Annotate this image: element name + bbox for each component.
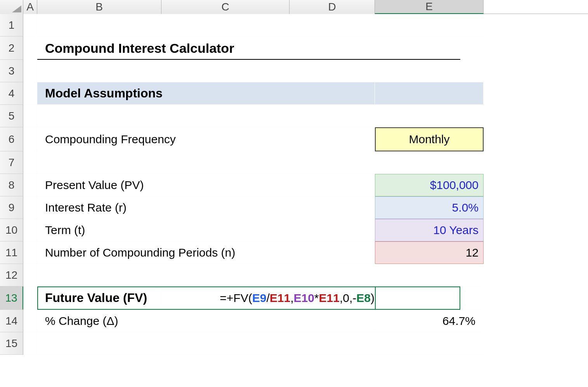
cell-B15[interactable]	[37, 332, 375, 355]
interest-rate-value[interactable]: 5.0%	[375, 196, 484, 219]
cell-A8[interactable]	[23, 174, 37, 196]
formula-display: =+FV(E9/E11,E10*E11,0,-E8)	[220, 292, 375, 305]
row-6: 6 Compounding Frequency Monthly	[0, 127, 588, 151]
cell-A14[interactable]	[23, 310, 37, 332]
cell-B3[interactable]	[37, 60, 375, 82]
cell-B12[interactable]	[37, 264, 375, 286]
cell-B1[interactable]	[37, 14, 375, 36]
compounding-frequency-value[interactable]: Monthly	[375, 127, 484, 151]
column-headers: A B C D E	[0, 0, 588, 14]
row-header-2[interactable]: 2	[0, 36, 23, 60]
row-header-7[interactable]: 7	[0, 151, 23, 174]
cell-A6[interactable]	[23, 127, 37, 151]
section-header: Model Assumptions	[45, 86, 163, 101]
interest-rate-label: Interest Rate (r)	[45, 201, 127, 214]
row-header-14[interactable]: 14	[0, 310, 23, 332]
present-value-label: Present Value (PV)	[45, 179, 144, 192]
row-header-13[interactable]: 13	[0, 286, 23, 310]
cell-B14-label[interactable]: % Change (Δ)	[37, 310, 375, 332]
row-header-11[interactable]: 11	[0, 241, 23, 264]
row-header-6[interactable]: 6	[0, 127, 23, 151]
row-3: 3	[0, 60, 588, 82]
row-4: 4 Model Assumptions	[0, 82, 588, 105]
row-header-10[interactable]: 10	[0, 219, 23, 241]
cell-B6-label[interactable]: Compounding Frequency	[37, 127, 375, 151]
cell-E5[interactable]	[375, 105, 484, 127]
cell-E12[interactable]	[375, 264, 484, 286]
cell-B10-label[interactable]: Term (t)	[37, 219, 375, 241]
cell-B11-label[interactable]: Number of Compounding Periods (n)	[37, 241, 375, 264]
cell-A1[interactable]	[23, 14, 37, 36]
term-value[interactable]: 10 Years	[375, 219, 484, 241]
row-11: 11 Number of Compounding Periods (n) 12	[0, 241, 588, 264]
column-header-B[interactable]: B	[37, 0, 161, 14]
pct-change-value[interactable]: 64.7%	[375, 310, 484, 332]
page-title: Compound Interest Calculator	[45, 41, 234, 56]
row-10: 10 Term (t) 10 Years	[0, 219, 588, 241]
cell-E15[interactable]	[375, 332, 484, 355]
row-9: 9 Interest Rate (r) 5.0%	[0, 196, 588, 219]
row-header-3[interactable]: 3	[0, 60, 23, 82]
column-header-D[interactable]: D	[290, 0, 375, 14]
rows: 1 2 Compound Interest Calculator 3 4	[0, 14, 588, 355]
row-header-4[interactable]: 4	[0, 82, 23, 105]
row-header-9[interactable]: 9	[0, 196, 23, 219]
cell-A7[interactable]	[23, 151, 37, 174]
num-periods-label: Number of Compounding Periods (n)	[45, 246, 235, 259]
cell-E2[interactable]	[375, 36, 484, 60]
row-header-1[interactable]: 1	[0, 14, 23, 36]
row-7: 7	[0, 151, 588, 174]
column-header-A[interactable]: A	[23, 0, 37, 14]
cell-A11[interactable]	[23, 241, 37, 264]
row-12: 12	[0, 264, 588, 286]
cell-B4-section[interactable]: Model Assumptions	[37, 82, 375, 105]
pct-change-label: % Change (Δ)	[45, 314, 118, 328]
column-header-C[interactable]: C	[161, 0, 290, 14]
row-header-12[interactable]: 12	[0, 264, 23, 286]
cell-B8-label[interactable]: Present Value (PV)	[37, 174, 375, 196]
cell-B5[interactable]	[37, 105, 375, 127]
future-value-label: Future Value (FV)	[45, 291, 147, 305]
cell-A5[interactable]	[23, 105, 37, 127]
column-header-E[interactable]: E	[375, 0, 484, 14]
row-header-15[interactable]: 15	[0, 332, 23, 355]
row-5: 5	[0, 105, 588, 127]
cell-B2-title[interactable]: Compound Interest Calculator	[37, 36, 375, 60]
compounding-frequency-label: Compounding Frequency	[45, 133, 176, 146]
row-14: 14 % Change (Δ) 64.7%	[0, 310, 588, 332]
cell-B7[interactable]	[37, 151, 375, 174]
cell-B13-label[interactable]: Future Value (FV)	[37, 286, 161, 310]
cell-A13[interactable]	[23, 286, 37, 310]
cell-E4[interactable]	[375, 82, 484, 105]
row-1: 1	[0, 14, 588, 36]
row-header-5[interactable]: 5	[0, 105, 23, 127]
cell-A12[interactable]	[23, 264, 37, 286]
select-all-corner[interactable]	[0, 0, 23, 14]
cell-B9-label[interactable]: Interest Rate (r)	[37, 196, 375, 219]
cell-A3[interactable]	[23, 60, 37, 82]
cell-E13[interactable]	[375, 286, 484, 310]
cell-E3[interactable]	[375, 60, 484, 82]
cell-A10[interactable]	[23, 219, 37, 241]
cell-A4[interactable]	[23, 82, 37, 105]
formula-cell[interactable]: =+FV(E9/E11,E10*E11,0,-E8)	[161, 286, 375, 310]
spreadsheet: A B C D E 1 2 Compound Interest Calculat…	[0, 0, 588, 387]
present-value-value[interactable]: $100,000	[375, 174, 484, 196]
cell-E7[interactable]	[375, 151, 484, 174]
row-header-8[interactable]: 8	[0, 174, 23, 196]
cell-E1[interactable]	[375, 14, 484, 36]
row-13: 13 Future Value (FV) =+FV(E9/E11,E10*E11…	[0, 286, 588, 310]
cell-A9[interactable]	[23, 196, 37, 219]
row-2: 2 Compound Interest Calculator	[0, 36, 588, 60]
term-label: Term (t)	[45, 224, 85, 237]
cell-A15[interactable]	[23, 332, 37, 355]
row-8: 8 Present Value (PV) $100,000	[0, 174, 588, 196]
cell-A2[interactable]	[23, 36, 37, 60]
row-15: 15	[0, 332, 588, 355]
num-periods-value[interactable]: 12	[375, 241, 484, 264]
